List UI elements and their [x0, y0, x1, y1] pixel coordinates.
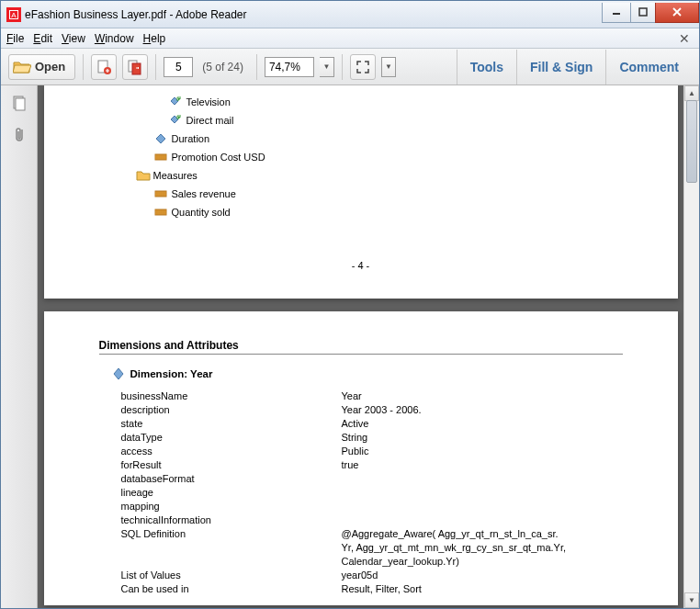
page-number-input[interactable] — [164, 57, 193, 77]
thumbnails-tab[interactable] — [10, 95, 28, 113]
property-key: databaseFormat — [121, 472, 342, 486]
property-row: descriptionYear 2003 - 2006. — [121, 403, 623, 417]
window-controls — [603, 3, 699, 23]
pdf-convert-icon — [127, 59, 143, 75]
separator — [256, 54, 257, 80]
property-row: Can be used inResult, Filter, Sort — [121, 582, 623, 596]
property-value: year05d — [342, 569, 623, 582]
property-key: mapping — [121, 500, 342, 513]
property-row: stateActive — [121, 417, 623, 431]
app-window: A eFashion Business Layer.pdf - Adobe Re… — [0, 0, 700, 609]
convert-pdf-button[interactable] — [122, 54, 148, 80]
menu-help[interactable]: Help — [143, 32, 166, 45]
document-viewport[interactable]: TelevisionDirect mailDurationPromotion C… — [38, 85, 699, 608]
tree-item: Direct mail — [99, 111, 623, 130]
property-key: List of Values — [121, 569, 342, 582]
menu-window[interactable]: Window — [95, 32, 134, 45]
doc-close-button[interactable]: ✕ — [675, 31, 694, 46]
meas-icon — [154, 188, 167, 199]
zoom-dropdown[interactable]: ▼ — [320, 57, 334, 77]
property-row: Yr, Agg_yr_qt_mt_mn_wk_rg_cy_sn_sr_qt_ma… — [121, 541, 623, 555]
open-button[interactable]: Open — [8, 54, 75, 80]
comment-panel-button[interactable]: Comment — [605, 50, 692, 85]
property-key: description — [121, 403, 342, 417]
property-row: dataTypeString — [121, 431, 623, 445]
tree-item-label: Promotion Cost USD — [172, 152, 265, 163]
pdf-page-5: Dimensions and Attributes Dimension: Yea… — [44, 311, 678, 605]
zoom-value[interactable]: 74,7% — [265, 57, 314, 77]
tree-item: Duration — [99, 130, 623, 148]
menubar: File Edit View Window Help ✕ — [1, 28, 699, 49]
tree-item: Television — [99, 93, 623, 111]
svg-rect-9 — [16, 98, 25, 110]
scroll-down-button[interactable]: ▼ — [684, 592, 699, 608]
pages-container: TelevisionDirect mailDurationPromotion C… — [38, 85, 683, 608]
property-row: forResulttrue — [121, 458, 623, 472]
fill-sign-panel-button[interactable]: Fill & Sign — [516, 50, 605, 85]
tree-item-label: Duration — [172, 133, 210, 144]
attr-icon — [169, 115, 182, 126]
separator — [342, 54, 343, 80]
menu-edit[interactable]: Edit — [33, 32, 52, 45]
property-key — [121, 555, 342, 569]
toolbar-right: Tools Fill & Sign Comment — [457, 50, 692, 85]
folder-open-icon — [13, 60, 31, 74]
pdf-create-icon — [96, 59, 112, 75]
property-value: true — [342, 458, 623, 472]
property-row: technicalInformation — [121, 513, 623, 527]
property-key: dataType — [121, 431, 342, 445]
property-key: lineage — [121, 486, 342, 500]
svg-rect-2 — [613, 13, 620, 15]
content-area: TelevisionDirect mailDurationPromotion C… — [1, 85, 699, 608]
property-key: technicalInformation — [121, 513, 342, 527]
tree-item: Measures — [99, 166, 623, 185]
property-key: Can be used in — [121, 582, 342, 596]
svg-text:A: A — [11, 11, 17, 19]
property-value: Active — [342, 417, 623, 431]
titlebar[interactable]: A eFashion Business Layer.pdf - Adobe Re… — [1, 1, 699, 28]
close-button[interactable] — [655, 3, 699, 23]
property-row: databaseFormat — [121, 472, 623, 486]
tools-panel-button[interactable]: Tools — [457, 50, 516, 85]
property-row: mapping — [121, 500, 623, 513]
open-label: Open — [35, 60, 65, 73]
tree-item-label: Measures — [153, 170, 198, 181]
property-value — [342, 500, 623, 513]
vertical-scrollbar[interactable]: ▲ ▼ — [683, 85, 699, 608]
property-key: businessName — [121, 389, 342, 403]
menu-view[interactable]: View — [62, 32, 85, 45]
attr-icon — [169, 96, 182, 107]
property-key: SQL Definition — [121, 527, 342, 541]
menu-file[interactable]: File — [6, 32, 24, 45]
property-key: state — [121, 417, 342, 431]
section-heading: Dimensions and Attributes — [99, 339, 623, 352]
attachments-tab[interactable] — [10, 126, 28, 144]
svg-rect-7 — [132, 63, 141, 74]
separator — [83, 54, 84, 80]
create-pdf-button[interactable] — [91, 54, 117, 80]
dimension-title: Dimension: Year — [130, 368, 213, 379]
property-row: SQL Definition@Aggregate_Aware( Agg_yr_q… — [121, 527, 623, 541]
read-mode-button[interactable] — [350, 54, 376, 80]
scroll-up-button[interactable]: ▲ — [684, 85, 699, 101]
read-mode-dropdown[interactable]: ▼ — [381, 57, 396, 77]
pdf-page-4: TelevisionDirect mailDurationPromotion C… — [44, 85, 678, 299]
maximize-button[interactable] — [630, 3, 656, 23]
folder-icon — [136, 170, 149, 181]
expand-icon — [356, 60, 370, 74]
minimize-button[interactable] — [602, 3, 631, 23]
tree-item: Sales revenue — [99, 185, 623, 203]
property-key — [121, 541, 342, 555]
dim-icon — [154, 133, 167, 144]
meas-icon — [154, 152, 167, 163]
meas-icon — [154, 207, 167, 218]
property-value: Public — [342, 445, 623, 458]
property-value — [342, 513, 623, 527]
svg-rect-3 — [639, 8, 647, 16]
scroll-thumb[interactable] — [686, 100, 697, 183]
navigation-pane — [1, 85, 38, 608]
property-row: List of Valuesyear05d — [121, 569, 623, 582]
section-divider — [99, 354, 623, 355]
tree-item-label: Television — [186, 96, 231, 107]
tree-item-label: Direct mail — [186, 115, 234, 126]
